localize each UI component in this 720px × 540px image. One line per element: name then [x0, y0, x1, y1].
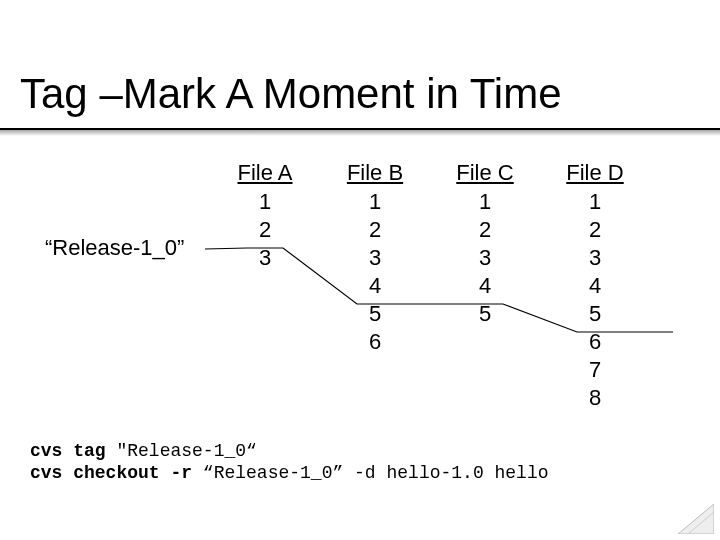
revision-number: 4 — [555, 272, 635, 300]
revision-number: 2 — [335, 216, 415, 244]
file-column-header: File D — [555, 160, 635, 186]
file-column: File B123456 — [335, 160, 415, 356]
revision-number: 2 — [445, 216, 525, 244]
file-column: File C12345 — [445, 160, 525, 328]
revision-number: 5 — [445, 300, 525, 328]
revision-number: 8 — [555, 384, 635, 412]
command-block: cvs tag "Release-1_0“ cvs checkout -r “R… — [30, 440, 549, 484]
revision-number: 3 — [335, 244, 415, 272]
file-column-header: File A — [225, 160, 305, 186]
slide-title: Tag –Mark A Moment in Time — [20, 70, 562, 118]
file-column-header: File B — [335, 160, 415, 186]
revision-number: 1 — [555, 188, 635, 216]
svg-marker-0 — [678, 504, 714, 534]
revision-number: 7 — [555, 356, 635, 384]
file-column: File D12345678 — [555, 160, 635, 412]
file-column: File A123 — [225, 160, 305, 272]
tag-label: “Release-1_0” — [45, 235, 184, 261]
command-args: “Release-1_0” -d hello-1.0 hello — [203, 463, 549, 483]
revision-number: 4 — [445, 272, 525, 300]
revision-number: 3 — [555, 244, 635, 272]
revision-number: 3 — [225, 244, 305, 272]
file-column-header: File C — [445, 160, 525, 186]
revision-number: 1 — [445, 188, 525, 216]
revision-number: 2 — [225, 216, 305, 244]
title-shadow — [0, 130, 720, 136]
page-corner-icon — [678, 504, 714, 534]
revision-number: 1 — [225, 188, 305, 216]
revision-number: 4 — [335, 272, 415, 300]
revision-number: 3 — [445, 244, 525, 272]
revision-number: 1 — [335, 188, 415, 216]
command-keyword: cvs tag — [30, 441, 106, 461]
revision-number: 6 — [555, 328, 635, 356]
revision-number: 2 — [555, 216, 635, 244]
revision-number: 5 — [335, 300, 415, 328]
command-keyword: cvs checkout -r — [30, 463, 192, 483]
command-args: "Release-1_0“ — [116, 441, 256, 461]
revision-number: 6 — [335, 328, 415, 356]
revision-number: 5 — [555, 300, 635, 328]
